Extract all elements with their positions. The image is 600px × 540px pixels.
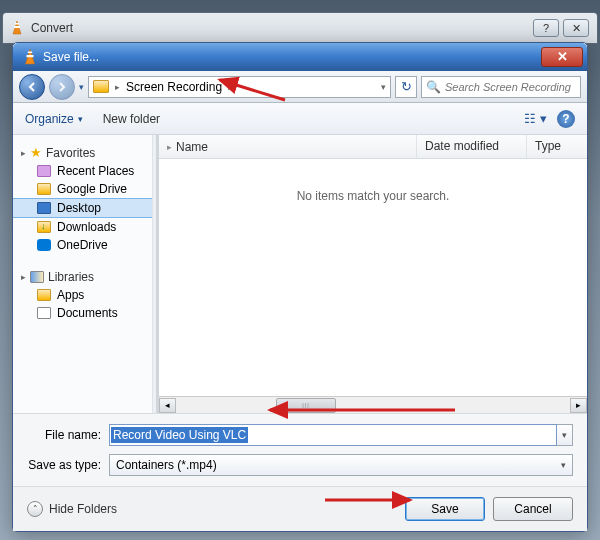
parent-close-button[interactable]: ✕ xyxy=(563,19,589,37)
sidebar-item-label: Recent Places xyxy=(57,164,134,178)
svg-rect-2 xyxy=(15,23,19,25)
downloads-icon xyxy=(37,221,51,233)
history-dropdown-icon[interactable]: ▾ xyxy=(79,82,84,92)
libraries-header[interactable]: ▸ Libraries xyxy=(13,268,152,286)
file-list: ▸Name Date modified Type No items match … xyxy=(159,135,587,413)
scroll-thumb[interactable] xyxy=(276,398,336,413)
column-label: Name xyxy=(176,140,208,154)
sidebar-item-recent-places[interactable]: Recent Places xyxy=(13,162,152,180)
sidebar-item-label: Google Drive xyxy=(57,182,127,196)
scroll-left-icon[interactable]: ◂ xyxy=(159,398,176,413)
chevron-right-icon: ▸ xyxy=(228,82,233,92)
search-box[interactable]: 🔍 xyxy=(421,76,581,98)
save-type-label: Save as type: xyxy=(27,458,109,472)
breadcrumb-folder: Screen Recording xyxy=(126,80,222,94)
nav-bar: ▾ ▸ Screen Recording ▸ ▾ ↻ 🔍 xyxy=(13,71,587,103)
column-type[interactable]: Type xyxy=(527,135,587,158)
cancel-button[interactable]: Cancel xyxy=(493,497,573,521)
favorites-header[interactable]: ▸ ★ Favorites xyxy=(13,143,152,162)
organize-menu[interactable]: Organize xyxy=(25,112,83,126)
horizontal-scrollbar[interactable]: ◂ ▸ xyxy=(159,396,587,413)
folder-icon xyxy=(37,289,51,301)
favorites-label: Favorites xyxy=(46,146,95,160)
help-button[interactable]: ? xyxy=(557,110,575,128)
chevron-down-icon: ▸ xyxy=(21,272,26,282)
sidebar-item-downloads[interactable]: Downloads xyxy=(13,218,152,236)
svg-rect-5 xyxy=(28,52,32,54)
scroll-right-icon[interactable]: ▸ xyxy=(570,398,587,413)
libraries-icon xyxy=(30,271,44,283)
sidebar: ▸ ★ Favorites Recent Places Google Drive… xyxy=(13,135,153,413)
file-name-dropdown-icon[interactable]: ▾ xyxy=(557,424,573,446)
sidebar-item-label: Documents xyxy=(57,306,118,320)
sidebar-item-desktop[interactable]: Desktop xyxy=(13,198,152,218)
column-date[interactable]: Date modified xyxy=(417,135,527,158)
column-headers: ▸Name Date modified Type xyxy=(159,135,587,159)
save-type-combo[interactable]: Containers (*.mp4) xyxy=(109,454,573,476)
parent-help-button[interactable]: ? xyxy=(533,19,559,37)
sidebar-item-documents[interactable]: Documents xyxy=(13,304,152,322)
chevron-right-icon: ▸ xyxy=(115,82,120,92)
chevron-up-icon: ˄ xyxy=(27,501,43,517)
parent-window-title: Convert xyxy=(31,21,533,35)
back-button[interactable] xyxy=(19,74,45,100)
column-label: Type xyxy=(535,139,561,153)
document-icon xyxy=(37,307,51,319)
column-label: Date modified xyxy=(425,139,499,153)
fields-panel: File name: Record Video Using VLC ▾ Save… xyxy=(13,413,587,486)
save-file-dialog: Save file... ✕ ▾ ▸ Screen Recording ▸ ▾ … xyxy=(12,42,588,532)
sidebar-item-google-drive[interactable]: Google Drive xyxy=(13,180,152,198)
folder-icon xyxy=(37,183,51,195)
desktop-icon xyxy=(37,202,51,214)
vlc-icon xyxy=(9,20,25,36)
file-name-label: File name: xyxy=(27,428,109,442)
sidebar-item-label: Downloads xyxy=(57,220,116,234)
refresh-button[interactable]: ↻ xyxy=(395,76,417,98)
recent-places-icon xyxy=(37,165,51,177)
breadcrumb-dropdown-icon[interactable]: ▾ xyxy=(381,82,386,92)
column-name[interactable]: ▸Name xyxy=(159,135,417,158)
folder-icon xyxy=(93,80,109,93)
hide-folders-label: Hide Folders xyxy=(49,502,117,516)
toolbar: Organize New folder ☷ ▾ ? xyxy=(13,103,587,135)
chevron-down-icon: ▸ xyxy=(21,148,26,158)
star-icon: ★ xyxy=(30,145,42,160)
sidebar-item-label: OneDrive xyxy=(57,238,108,252)
file-name-value: Record Video Using VLC xyxy=(111,427,248,443)
save-button[interactable]: Save xyxy=(405,497,485,521)
parent-window-titlebar: Convert ? ✕ xyxy=(2,12,598,44)
sidebar-item-label: Desktop xyxy=(57,201,101,215)
save-type-value: Containers (*.mp4) xyxy=(116,458,217,472)
close-button[interactable]: ✕ xyxy=(541,47,583,67)
view-mode-button[interactable]: ☷ ▾ xyxy=(524,111,547,126)
sidebar-item-apps[interactable]: Apps xyxy=(13,286,152,304)
chevron-right-icon: ▸ xyxy=(167,142,172,152)
dialog-title: Save file... xyxy=(43,50,541,64)
hide-folders-button[interactable]: ˄ Hide Folders xyxy=(27,501,117,517)
search-input[interactable] xyxy=(445,81,576,93)
search-icon: 🔍 xyxy=(426,80,441,94)
new-folder-button[interactable]: New folder xyxy=(103,112,160,126)
svg-rect-1 xyxy=(14,26,20,28)
svg-rect-4 xyxy=(27,55,34,57)
dialog-titlebar: Save file... ✕ xyxy=(13,43,587,71)
vlc-icon xyxy=(21,48,39,66)
libraries-label: Libraries xyxy=(48,270,94,284)
breadcrumb[interactable]: ▸ Screen Recording ▸ ▾ xyxy=(88,76,391,98)
file-name-input[interactable]: Record Video Using VLC xyxy=(109,424,557,446)
sidebar-item-onedrive[interactable]: OneDrive xyxy=(13,236,152,254)
forward-button[interactable] xyxy=(49,74,75,100)
sidebar-item-label: Apps xyxy=(57,288,84,302)
footer: ˄ Hide Folders Save Cancel xyxy=(13,486,587,531)
onedrive-icon xyxy=(37,239,51,251)
empty-message: No items match your search. xyxy=(159,159,587,396)
